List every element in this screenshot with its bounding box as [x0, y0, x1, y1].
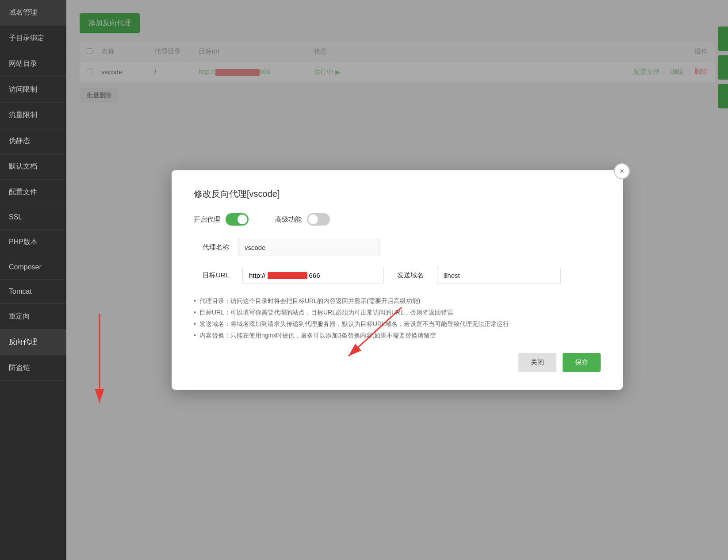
note-1: 代理目录：访问这个目录时将会把目标URL的内容返回并显示(需要开启高级功能)	[194, 297, 601, 305]
advanced-toggle[interactable]	[307, 213, 330, 226]
sidebar-item-access[interactable]: 访问限制	[0, 77, 66, 103]
sidebar-item-config[interactable]: 配置文件	[0, 180, 66, 205]
enable-proxy-toggle[interactable]	[226, 213, 249, 226]
modal-footer: 关闭 保存	[194, 353, 601, 372]
advanced-label: 高级功能	[275, 215, 302, 224]
sidebar-item-composer[interactable]: Composer	[0, 255, 66, 280]
sidebar-item-subdir[interactable]: 子目录绑定	[0, 26, 66, 51]
sidebar-item-domain[interactable]: 域名管理	[0, 0, 66, 26]
proxy-name-row: 代理名称	[194, 239, 601, 256]
sidebar-item-static[interactable]: 伪静态	[0, 128, 66, 154]
url-row: 目标URL http:// 666 发送域名	[194, 267, 601, 284]
notes-list: 代理目录：访问这个目录时将会把目标URL的内容返回并显示(需要开启高级功能) 目…	[194, 297, 601, 340]
main-content: 添加反向代理 名称 代理目录 目标url 状态 操作 vscode / http…	[66, 0, 728, 560]
sidebar: 域名管理 子目录绑定 网站目录 访问限制 流量限制 伪静态 默认文档 配置文件 …	[0, 0, 66, 560]
modal-close-button[interactable]: ×	[614, 163, 630, 179]
save-button[interactable]: 保存	[563, 353, 601, 372]
url-redacted-modal	[268, 272, 307, 279]
sidebar-item-default[interactable]: 默认文档	[0, 154, 66, 180]
modal-overlay: × 修改反向代理[vscode] 开启代理 高级功能	[66, 0, 728, 560]
proxy-name-label: 代理名称	[194, 243, 229, 252]
target-url-input-box[interactable]: http:// 666	[242, 267, 384, 284]
proxy-name-input[interactable]	[238, 239, 379, 256]
toggle-knob-on	[238, 215, 247, 224]
note-2: 目标URL：可以填写你需要代理的站点，目标URL必须为可正常访问的URL，否则将…	[194, 309, 601, 317]
target-url-label: 目标URL	[194, 271, 229, 280]
toggle-knob-off	[308, 215, 318, 224]
sidebar-item-ssl[interactable]: SSL	[0, 205, 66, 230]
url-suffix: 666	[309, 272, 320, 279]
toggles-row: 开启代理 高级功能	[194, 213, 601, 226]
close-button[interactable]: 关闭	[518, 353, 556, 372]
enable-proxy-group: 开启代理	[194, 213, 249, 226]
advanced-group: 高级功能	[275, 213, 330, 226]
modal-dialog: × 修改反向代理[vscode] 开启代理 高级功能	[172, 170, 623, 390]
send-domain-input[interactable]	[437, 267, 561, 284]
sidebar-item-redirect[interactable]: 重定向	[0, 304, 66, 330]
note-3: 发送域名：将域名添加到请求头传递到代理服务器，默认为目标URL域名，若设置不当可…	[194, 320, 601, 328]
sidebar-item-webdir[interactable]: 网站目录	[0, 51, 66, 77]
modal-title: 修改反向代理[vscode]	[194, 188, 601, 200]
send-domain-label: 发送域名	[397, 271, 424, 280]
sidebar-item-proxy[interactable]: 反向代理	[0, 330, 66, 355]
sidebar-item-hotlink[interactable]: 防盗链	[0, 355, 66, 381]
note-4: 内容替换：只能在使用nginx时提供，最多可以添加3条替换内容,如果不需要替换请…	[194, 332, 601, 340]
url-prefix: http://	[249, 272, 266, 279]
sidebar-item-tomcat[interactable]: Tomcat	[0, 280, 66, 304]
enable-proxy-label: 开启代理	[194, 215, 220, 224]
sidebar-item-php[interactable]: PHP版本	[0, 230, 66, 255]
sidebar-item-flow[interactable]: 流量限制	[0, 103, 66, 128]
